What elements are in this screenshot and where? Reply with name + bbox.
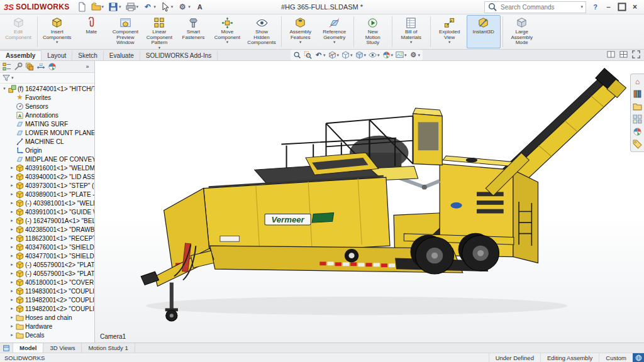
expand-arrow-icon[interactable]: ▸	[9, 332, 14, 337]
new-document-button[interactable]	[75, 1, 89, 13]
smart-fasteners-button[interactable]: Smart Fasteners	[176, 15, 210, 48]
expand-arrow-icon[interactable]: ▸	[9, 165, 14, 170]
tree-item[interactable]: ▸403476001<1> "SHIELD - A...	[0, 243, 94, 251]
expand-arrow-icon[interactable]: ▸	[9, 192, 14, 197]
tree-item[interactable]: Sensors	[0, 102, 94, 111]
expand-arrow-icon[interactable]: ▸	[9, 297, 14, 302]
tree-item[interactable]: ▸403991001<1> "GUIDE WEL...	[0, 207, 94, 216]
move-component-button[interactable]: Move Component▾	[210, 15, 244, 48]
file-explorer-button[interactable]	[633, 102, 642, 111]
appearances-button[interactable]	[633, 127, 642, 136]
hide-show-items-button[interactable]: ▾	[368, 51, 380, 59]
tree-item[interactable]: ▸Hoses and chain	[0, 313, 94, 322]
featuremanager-tab[interactable]	[2, 62, 12, 72]
tree-item[interactable]: ▸405180001<1> "COVER - W...	[0, 278, 94, 287]
section-view-button[interactable]: ▾	[328, 51, 340, 59]
expand-arrow-icon[interactable]: ▾	[2, 86, 7, 91]
expand-arrow-icon[interactable]: ▸	[9, 288, 14, 293]
bill-of-materials-button[interactable]: Bill of Materials▾	[394, 15, 428, 48]
expand-arrow-icon[interactable]: ▸	[9, 183, 14, 188]
tree-item[interactable]: ▸403989001<1> "PLATE - HO...	[0, 190, 94, 199]
new-motion-study-button[interactable]: New Motion Study	[356, 15, 390, 48]
letter-a-button[interactable]: A	[193, 1, 207, 13]
help-button[interactable]: ?	[589, 1, 602, 13]
apply-scene-button[interactable]: ▾	[395, 51, 408, 59]
tree-item[interactable]: ▸Decals	[0, 331, 94, 339]
expand-arrow-icon[interactable]: ▸	[9, 324, 14, 329]
solidworks-resources-button[interactable]: ⌂	[633, 77, 642, 86]
tree-item[interactable]: ▸403916001<1> "WELDMEN...	[0, 163, 94, 172]
custom-properties-button[interactable]	[633, 140, 642, 149]
undo-button[interactable]: ↶▾	[141, 1, 158, 13]
design-library-button[interactable]	[633, 89, 642, 99]
expand-arrow-icon[interactable]: ▸	[9, 218, 14, 223]
tree-item[interactable]: ▸403477001<1> "SHIELD - A...	[0, 251, 94, 260]
tree-item[interactable]: ▸403940001<2> "LID ASSY, H...	[0, 172, 94, 181]
tree-item[interactable]: ▸Hardware	[0, 322, 94, 331]
pane-grid-button[interactable]	[619, 50, 628, 60]
exploded-view-button[interactable]: Exploded View▾	[433, 15, 467, 48]
tree-item[interactable]: ▸118623001<1> "RECEPTAC...	[0, 234, 94, 243]
print-button[interactable]: ▾	[124, 1, 141, 13]
tab-evaluate[interactable]: Evaluate	[104, 51, 140, 60]
expand-arrow-icon[interactable]: ▸	[9, 271, 14, 276]
expand-arrow-icon[interactable]: ▸	[9, 227, 14, 232]
view-orientation-button[interactable]: ▾	[341, 51, 353, 59]
propertymanager-tab[interactable]	[13, 62, 23, 72]
reference-geometry-button[interactable]: Reference Geometry▾	[318, 15, 352, 48]
view-settings-button[interactable]: ⚙▾	[409, 51, 421, 59]
tree-item[interactable]: MIDPLANE OF CONVEYOR	[0, 155, 94, 163]
tree-item[interactable]: MACHINE CL	[0, 137, 94, 146]
web-help-button[interactable]	[633, 353, 644, 362]
tree-item[interactable]: Origin	[0, 146, 94, 155]
tree-item[interactable]: MATING SURF	[0, 119, 94, 128]
tab-layout[interactable]: Layout	[42, 51, 72, 60]
tree-item[interactable]: ▸(-) 405579001<3> "PLATE -...	[0, 269, 94, 278]
tabs-overflow-tab[interactable]: »	[82, 62, 92, 72]
expand-arrow-icon[interactable]: ▸	[9, 306, 14, 311]
expand-arrow-icon[interactable]: ▸	[9, 253, 14, 258]
tree-item[interactable]: ▸(-) 403981001<1> "WELDM...	[0, 199, 94, 207]
zoom-area-button[interactable]	[303, 51, 313, 59]
tree-item[interactable]: ▸119483001<1> "COUPLING...	[0, 287, 94, 295]
assembly-features-button[interactable]: Assembly Features▾	[284, 15, 318, 48]
search-input[interactable]	[499, 3, 579, 11]
large-assembly-mode-button[interactable]: Large Assembly Mode	[505, 15, 539, 48]
component-preview-window-button[interactable]: Component Preview Window	[108, 15, 142, 48]
displaymanager-tab[interactable]	[47, 62, 57, 72]
search-dropdown-icon[interactable]: ▾	[580, 4, 583, 9]
statusbar-units[interactable]: Custom	[599, 353, 633, 362]
edit-appearance-button[interactable]: ▾	[382, 51, 394, 59]
expand-arrow-icon[interactable]: ▸	[9, 236, 14, 241]
open-button[interactable]: ▾	[89, 1, 106, 13]
bottom-tab-model[interactable]: Model	[13, 343, 43, 353]
zoom-fit-button[interactable]	[292, 51, 302, 59]
tree-item[interactable]: LOWER MOUNT PLANE	[0, 128, 94, 137]
tree-item[interactable]: ★Favorites	[0, 93, 94, 102]
fullscreen-button[interactable]	[632, 50, 640, 60]
linear-component-pattern-button[interactable]: Linear Component Pattern▾	[142, 15, 176, 48]
expand-arrow-icon[interactable]: ▸	[9, 280, 14, 285]
tree-item[interactable]: ▾(f) 162474001<1> "HITCH/TOO	[0, 84, 94, 93]
minimize-button[interactable]: –	[602, 1, 615, 13]
filter-dropdown-icon[interactable]: ▾	[11, 75, 14, 80]
tree-item[interactable]: ▸119482001<2> "COUPLING...	[0, 304, 94, 313]
options-gear-button[interactable]: ⚙▾	[175, 1, 192, 13]
expand-arrow-icon[interactable]: ▸	[9, 244, 14, 250]
pane-split-button[interactable]	[607, 50, 615, 60]
bottom-tab-motion-study-1[interactable]: Motion Study 1	[82, 343, 135, 353]
tab-assembly[interactable]: Assembly	[0, 50, 42, 60]
tree-item[interactable]: ▸(-) 162479001A<1> "BELT F...	[0, 216, 94, 225]
tree-item[interactable]: AAnnotations	[0, 111, 94, 119]
previous-view-button[interactable]: ↶▾	[314, 51, 326, 59]
expand-arrow-icon[interactable]: ▸	[9, 174, 14, 179]
save-button[interactable]: ▾	[106, 1, 123, 13]
tree-item[interactable]: ▸(-) 405579001<2> "PLATE -...	[0, 260, 94, 269]
tab-sketch[interactable]: Sketch	[72, 51, 104, 60]
filter-funnel-icon[interactable]	[3, 74, 10, 82]
tree-item[interactable]: ▸403973001<1> "STEP" (Def...	[0, 181, 94, 190]
tab-solidworks-add-ins[interactable]: SOLIDWORKS Add-Ins	[140, 51, 218, 60]
expand-arrow-icon[interactable]: ▸	[9, 315, 14, 320]
close-button[interactable]: ×	[628, 1, 641, 13]
instant3d-button[interactable]: Instant3D	[467, 15, 501, 48]
